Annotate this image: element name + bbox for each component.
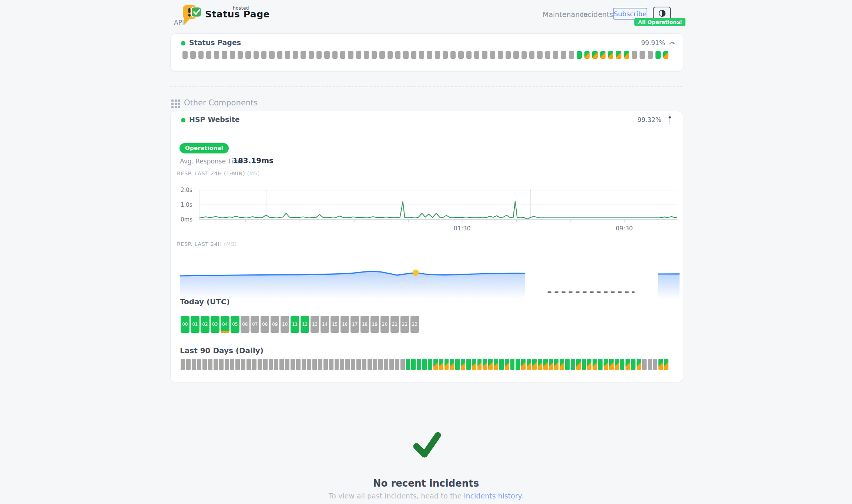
uptime-bar[interactable] — [593, 359, 597, 370]
uptime-bar[interactable] — [537, 51, 542, 59]
uptime-bar[interactable] — [577, 51, 582, 59]
hour-block[interactable]: 11 — [291, 316, 299, 333]
hour-block[interactable]: 14 — [321, 316, 329, 333]
uptime-bar[interactable] — [206, 51, 211, 59]
uptime-bar[interactable] — [274, 359, 278, 370]
uptime-bar[interactable] — [395, 51, 400, 59]
uptime-bar[interactable] — [435, 51, 440, 59]
uptime-bar[interactable] — [301, 51, 306, 59]
uptime-bar[interactable] — [532, 359, 537, 370]
uptime-bar[interactable] — [324, 51, 329, 59]
uptime-bar[interactable] — [545, 51, 550, 59]
uptime-bar[interactable] — [510, 359, 515, 370]
uptime-bar[interactable] — [505, 359, 509, 370]
uptime-bar[interactable] — [335, 359, 339, 370]
hour-block[interactable]: 16 — [341, 316, 349, 333]
hour-block[interactable]: 15 — [331, 316, 339, 333]
uptime-bar[interactable] — [632, 51, 637, 59]
uptime-bar[interactable] — [348, 51, 353, 59]
uptime-bar[interactable] — [561, 51, 566, 59]
uptime-bar[interactable] — [565, 359, 570, 370]
uptime-bar[interactable] — [269, 359, 273, 370]
uptime-bar[interactable] — [598, 359, 603, 370]
uptime-bar[interactable] — [615, 359, 619, 370]
uptime-bar[interactable] — [543, 359, 548, 370]
uptime-bar[interactable] — [411, 359, 416, 370]
uptime-bar[interactable] — [230, 51, 235, 59]
uptime-bar[interactable] — [318, 359, 322, 370]
uptime-bar[interactable] — [461, 359, 465, 370]
uptime-bar[interactable] — [521, 51, 527, 59]
incidents-history-link[interactable]: incidents history — [464, 492, 521, 500]
uptime-bar[interactable] — [302, 359, 306, 370]
uptime-bar[interactable] — [513, 51, 519, 59]
uptime-bar[interactable] — [664, 359, 668, 370]
uptime-bar[interactable] — [230, 359, 235, 370]
hour-block[interactable]: 04 — [221, 316, 229, 333]
uptime-bar[interactable] — [474, 51, 479, 59]
uptime-bar[interactable] — [494, 359, 498, 370]
uptime-bar[interactable] — [202, 359, 207, 370]
uptime-bar[interactable] — [277, 51, 282, 59]
hour-block[interactable]: 06 — [241, 316, 249, 333]
uptime-bar[interactable] — [219, 359, 224, 370]
uptime-bar[interactable] — [345, 359, 350, 370]
uptime-bar[interactable] — [472, 359, 476, 370]
uptime-bar[interactable] — [329, 359, 333, 370]
uptime-bar[interactable] — [663, 51, 668, 59]
uptime-bar[interactable] — [323, 359, 328, 370]
uptime-bar[interactable] — [582, 359, 586, 370]
uptime-bar[interactable] — [222, 51, 227, 59]
uptime-bar[interactable] — [186, 359, 191, 370]
uptime-bar[interactable] — [258, 359, 262, 370]
hour-block[interactable]: 01 — [191, 316, 199, 333]
uptime-bar[interactable] — [373, 359, 378, 370]
uptime-bar[interactable] — [642, 359, 647, 370]
hour-block[interactable]: 18 — [360, 316, 369, 333]
uptime-bar[interactable] — [225, 359, 229, 370]
hour-block[interactable]: 10 — [281, 316, 289, 333]
uptime-bar[interactable] — [364, 51, 369, 59]
uptime-bar[interactable] — [388, 51, 393, 59]
uptime-bar[interactable] — [576, 359, 581, 370]
uptime-bar[interactable] — [584, 51, 590, 59]
uptime-bar[interactable] — [616, 51, 621, 59]
uptime-bar[interactable] — [428, 359, 432, 370]
uptime-bar[interactable] — [529, 51, 534, 59]
uptime-bar[interactable] — [190, 51, 195, 59]
uptime-bar[interactable] — [458, 51, 463, 59]
hour-block[interactable]: 07 — [251, 316, 259, 333]
uptime-bar[interactable] — [482, 51, 487, 59]
status-page-logo[interactable] — [181, 4, 203, 26]
chevron-up-icon[interactable] — [676, 19, 682, 26]
uptime-bar[interactable] — [246, 359, 251, 370]
hour-block[interactable]: 13 — [311, 316, 319, 333]
uptime-bar[interactable] — [527, 359, 531, 370]
uptime-bar[interactable] — [241, 359, 245, 370]
uptime-bar[interactable] — [198, 51, 204, 59]
uptime-bar[interactable] — [631, 359, 635, 370]
uptime-bar[interactable] — [554, 359, 559, 370]
uptime-bar[interactable] — [521, 359, 526, 370]
uptime-bar[interactable] — [197, 359, 202, 370]
uptime-bar[interactable] — [648, 51, 653, 59]
uptime-bar[interactable] — [640, 51, 645, 59]
uptime-bar[interactable] — [483, 359, 487, 370]
uptime-bar[interactable] — [307, 359, 311, 370]
hour-block[interactable]: 12 — [301, 316, 309, 333]
uptime-bar[interactable] — [312, 359, 317, 370]
uptime-bar[interactable] — [214, 359, 218, 370]
hour-block[interactable]: 03 — [211, 316, 219, 333]
uptime-bar[interactable] — [455, 359, 460, 370]
uptime-bar[interactable] — [316, 51, 322, 59]
uptime-bar[interactable] — [433, 359, 438, 370]
uptime-bar[interactable] — [422, 359, 427, 370]
uptime-bar[interactable] — [182, 51, 188, 59]
uptime-bar[interactable] — [466, 359, 471, 370]
uptime-bar[interactable] — [417, 359, 421, 370]
uptime-bar[interactable] — [384, 359, 388, 370]
uptime-bar[interactable] — [624, 51, 629, 59]
uptime-bar[interactable] — [439, 359, 443, 370]
uptime-bar[interactable] — [655, 51, 661, 59]
uptime-bar[interactable] — [362, 359, 366, 370]
